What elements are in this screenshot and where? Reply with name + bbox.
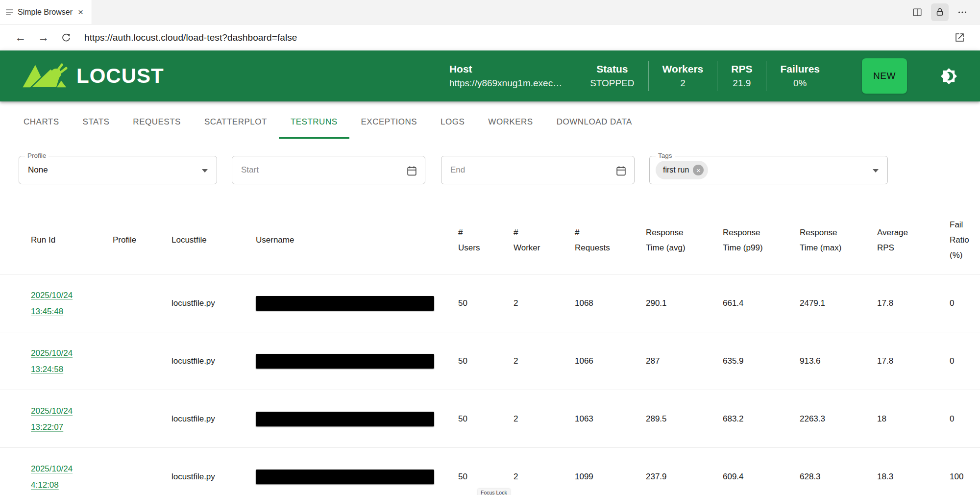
run-time: 13:24:58 [31, 361, 73, 377]
back-icon[interactable]: ← [15, 32, 26, 43]
table-header: Run Id Profile Locustfile Username # Use… [0, 206, 980, 274]
browser-tab-bar: Simple Browser × [0, 0, 980, 25]
close-icon[interactable]: × [78, 7, 83, 17]
cell-rt-avg: 289.5 [646, 414, 723, 424]
cell-requests: 1066 [575, 356, 646, 366]
tab-logs[interactable]: LOGS [429, 101, 476, 142]
brand: LOCUST [22, 60, 164, 92]
profile-select[interactable]: Profile None [19, 156, 217, 184]
run-id-link[interactable]: 2025/10/2413:24:58 [31, 345, 73, 377]
tab-testruns[interactable]: TESTRUNS [279, 101, 349, 142]
run-date: 2025/10/24 [31, 403, 73, 419]
cell-rt-max: 628.3 [800, 472, 877, 482]
stat-status: Status STOPPED [576, 62, 648, 90]
tab-stats[interactable]: STATS [71, 101, 122, 142]
col-users: # Users [458, 225, 490, 255]
tab-workers[interactable]: WORKERS [476, 101, 544, 142]
redacted-username [256, 470, 434, 484]
brand-name: LOCUST [76, 64, 164, 88]
stat-workers: Workers 2 [649, 62, 717, 90]
testrun-filters: Profile None Start End Tags first run × [0, 156, 980, 184]
tab-download-data[interactable]: DOWNLOAD DATA [545, 101, 644, 142]
locust-logo-icon [22, 60, 69, 92]
cell-workers: 2 [514, 472, 575, 482]
cell-locustfile: locustfile.py [172, 298, 256, 308]
reload-icon[interactable] [61, 32, 72, 43]
cell-requests: 1068 [575, 298, 646, 308]
table-row: 2025/10/2413:45:48 locustfile.py 50 2 10… [0, 274, 980, 332]
cell-requests: 1063 [575, 414, 646, 424]
cell-rt-max: 2263.3 [800, 414, 877, 424]
run-time: 13:45:48 [31, 303, 73, 320]
cell-rt-avg: 237.9 [646, 472, 723, 482]
cell-workers: 2 [514, 356, 575, 366]
tag-chip[interactable]: first run × [656, 161, 708, 179]
run-id-link[interactable]: 2025/10/2413:45:48 [31, 287, 73, 320]
calendar-icon[interactable] [615, 165, 627, 177]
cell-avg-rps: 18 [877, 414, 950, 424]
start-date-input[interactable]: Start [232, 156, 425, 184]
split-editor-icon[interactable] [908, 3, 926, 21]
cell-username [256, 412, 458, 426]
col-rt-p99: Response Time (p99) [723, 225, 784, 255]
tab-exceptions[interactable]: EXCEPTIONS [349, 101, 429, 142]
cell-avg-rps: 17.8 [877, 298, 950, 308]
stat-host: Host https://y869xnug1m.exec… [449, 62, 576, 90]
end-date-input[interactable]: End [441, 156, 635, 184]
profile-value: None [19, 165, 48, 175]
cell-avg-rps: 17.8 [877, 356, 950, 366]
cell-locustfile: locustfile.py [172, 356, 256, 366]
cell-fail-ratio: 0 [950, 356, 980, 366]
more-actions-icon[interactable] [954, 3, 971, 21]
run-stats: Host https://y869xnug1m.exec… Status STO… [449, 61, 833, 91]
lock-icon[interactable] [931, 3, 949, 21]
stat-label: Status [590, 62, 634, 76]
cell-rt-p99: 683.2 [723, 414, 800, 424]
stat-rps: RPS 21.9 [717, 62, 766, 90]
tags-label: Tags [656, 152, 675, 159]
focus-lock-overlay: Focus Lock [478, 489, 510, 495]
stat-failures: Failures 0% [766, 62, 833, 90]
tabbar-actions [908, 0, 980, 24]
browser-tab[interactable]: Simple Browser × [0, 0, 92, 24]
cell-rt-avg: 290.1 [646, 298, 723, 308]
end-placeholder: End [441, 165, 465, 175]
stat-value: 0% [780, 76, 820, 90]
tab-scatterplot[interactable]: SCATTERPLOT [193, 101, 279, 142]
cell-fail-ratio: 0 [950, 414, 980, 424]
cell-locustfile: locustfile.py [172, 472, 256, 482]
col-run-id: Run Id [31, 232, 113, 248]
tab-requests[interactable]: REQUESTS [121, 101, 193, 142]
col-fail-ratio: Fail Ratio (%) [950, 217, 978, 263]
dark-mode-toggle-icon[interactable] [940, 68, 957, 85]
forward-icon[interactable]: → [38, 32, 49, 43]
redacted-username [256, 412, 434, 426]
chevron-down-icon [202, 169, 208, 173]
table-row: 2025/10/2413:24:58 locustfile.py 50 2 10… [0, 332, 980, 390]
open-external-icon[interactable] [954, 32, 965, 43]
run-time: 13:22:07 [31, 419, 73, 435]
cell-avg-rps: 18.3 [877, 472, 950, 482]
col-avg-rps: Average RPS [877, 225, 928, 255]
calendar-icon[interactable] [406, 165, 418, 177]
run-date: 2025/10/24 [31, 287, 73, 303]
cell-rt-p99: 635.9 [723, 356, 800, 366]
cell-users: 50 [458, 472, 514, 482]
tab-charts[interactable]: CHARTS [12, 101, 71, 142]
stat-label: Failures [780, 62, 820, 76]
new-test-button[interactable]: NEW [862, 58, 907, 94]
run-id-link[interactable]: 2025/10/244:12:08 [31, 461, 73, 493]
tag-chip-label: first run [663, 166, 689, 174]
table-row: 2025/10/2413:22:07 locustfile.py 50 2 10… [0, 390, 980, 448]
cell-users: 50 [458, 356, 514, 366]
url-input[interactable]: https://auth.locust.cloud/load-test?dash… [84, 32, 954, 43]
cell-rt-max: 2479.1 [800, 298, 877, 308]
cell-workers: 2 [514, 298, 575, 308]
cell-users: 50 [458, 414, 514, 424]
chip-delete-icon[interactable]: × [693, 165, 704, 175]
cell-username [256, 470, 458, 484]
tags-select[interactable]: Tags first run × [649, 156, 888, 184]
cell-username [256, 354, 458, 369]
cell-rt-p99: 661.4 [723, 298, 800, 308]
run-id-link[interactable]: 2025/10/2413:22:07 [31, 403, 73, 435]
